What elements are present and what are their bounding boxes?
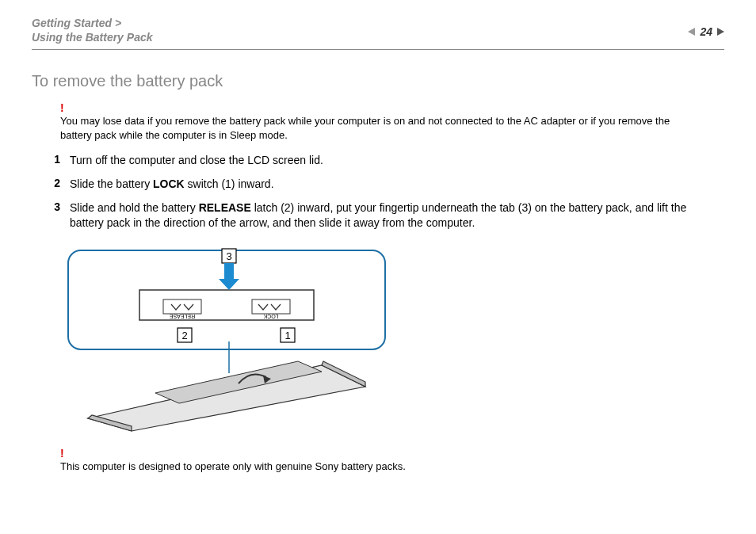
step-text: Turn off the computer and close the LCD … [70, 153, 701, 169]
step-number: 1 [36, 153, 70, 166]
page-header: Getting Started > Using the Battery Pack… [32, 16, 724, 50]
down-arrow-icon [219, 263, 239, 290]
warning-text-bottom: This computer is designed to operate onl… [60, 460, 693, 474]
warning-mark-icon: ! [60, 101, 724, 114]
callout-3: 3 [226, 250, 231, 262]
warning-text-top: You may lose data if you remove the batt… [60, 114, 693, 142]
step-1: 1 Turn off the computer and close the LC… [60, 153, 724, 169]
lock-label: LOCK [263, 314, 278, 319]
breadcrumb: Getting Started > Using the Battery Pack [32, 16, 153, 44]
svg-marker-9 [88, 365, 365, 431]
callout-1: 1 [284, 330, 290, 341]
prev-page-icon[interactable] [688, 28, 695, 36]
step-text: Slide the battery LOCK switch (1) inward… [70, 177, 701, 193]
step-2: 2 Slide the battery LOCK switch (1) inwa… [60, 177, 724, 193]
svg-marker-7 [219, 279, 239, 290]
warning-mark-icon: ! [60, 447, 724, 460]
breadcrumb-line-1: Getting Started > [32, 16, 153, 30]
step-number: 3 [36, 200, 70, 213]
next-page-icon[interactable] [717, 28, 724, 36]
battery-removal-diagram: RELEASE LOCK 3 2 1 [60, 242, 393, 433]
svg-rect-6 [224, 263, 234, 280]
release-label: RELEASE [170, 314, 196, 319]
step-number: 2 [36, 177, 70, 189]
page-title: To remove the battery pack [32, 72, 724, 90]
callout-2: 2 [181, 330, 187, 341]
page-nav: 24 [688, 16, 724, 38]
page-number: 24 [700, 25, 712, 38]
step-text: Slide and hold the battery RELEASE latch… [70, 200, 701, 231]
step-3: 3 Slide and hold the battery RELEASE lat… [60, 200, 724, 231]
breadcrumb-line-2: Using the Battery Pack [32, 30, 153, 44]
